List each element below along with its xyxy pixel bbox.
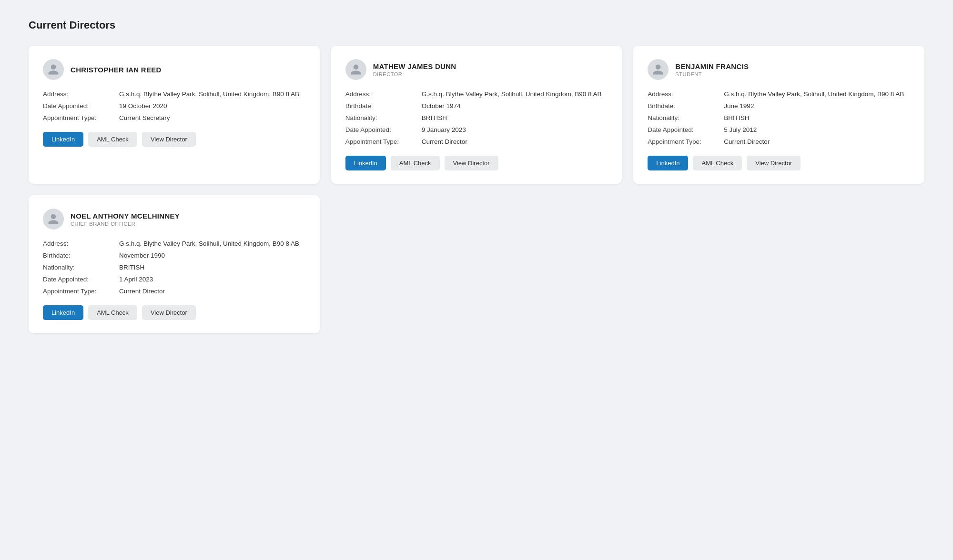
date-appointed-value: 5 July 2012	[724, 126, 910, 133]
card-body: Address:G.s.h.q. Blythe Valley Park, Sol…	[43, 90, 305, 121]
appointment-type-label: Appointment Type:	[43, 288, 119, 295]
nationality-label: Nationality:	[345, 114, 422, 121]
avatar	[648, 59, 669, 80]
address-label: Address:	[648, 90, 724, 98]
top-cards-row: CHRISTOPHER IAN REEDAddress:G.s.h.q. Bly…	[29, 46, 924, 184]
aml-check-button[interactable]: AML Check	[693, 156, 742, 170]
nationality-value: BRITISH	[119, 264, 305, 271]
card-body: Address:G.s.h.q. Blythe Valley Park, Sol…	[43, 240, 305, 295]
address-label: Address:	[345, 90, 422, 98]
name-block: MATHEW JAMES DUNNDIRECTOR	[373, 62, 456, 77]
name-block: CHRISTOPHER IAN REED	[71, 66, 162, 74]
date-appointed-label: Date Appointed:	[43, 276, 119, 283]
appointment-type-value: Current Director	[724, 138, 910, 145]
name-block: BENJAMIN FRANCISSTUDENT	[675, 62, 749, 77]
appointment-type-value: Current Secretary	[119, 114, 305, 121]
address-label: Address:	[43, 240, 119, 247]
nationality-value: BRITISH	[724, 114, 910, 121]
linkedin-button[interactable]: LinkedIn	[648, 156, 688, 170]
director-name: NOEL ANTHONY MCELHINNEY	[71, 212, 180, 220]
nationality-value: BRITISH	[422, 114, 608, 121]
director-card-benjamin-francis: BENJAMIN FRANCISSTUDENTAddress:G.s.h.q. …	[633, 46, 924, 184]
view-director-button[interactable]: View Director	[142, 132, 196, 147]
card-actions: LinkedInAML CheckView Director	[43, 132, 305, 147]
card-header: BENJAMIN FRANCISSTUDENT	[648, 59, 910, 80]
appointment-type-label: Appointment Type:	[345, 138, 422, 145]
linkedin-button[interactable]: LinkedIn	[345, 156, 386, 170]
director-role: CHIEF BRAND OFFICER	[71, 221, 180, 227]
address-value: G.s.h.q. Blythe Valley Park, Solihull, U…	[119, 90, 305, 98]
birthdate-value: October 1974	[422, 102, 608, 110]
aml-check-button[interactable]: AML Check	[391, 156, 440, 170]
card-actions: LinkedInAML CheckView Director	[648, 156, 910, 170]
card-header: CHRISTOPHER IAN REED	[43, 59, 305, 80]
birthdate-value: June 1992	[724, 102, 910, 110]
linkedin-button[interactable]: LinkedIn	[43, 132, 83, 147]
birthdate-value: November 1990	[119, 252, 305, 259]
date-appointed-value: 1 April 2023	[119, 276, 305, 283]
aml-check-button[interactable]: AML Check	[88, 132, 137, 147]
date-appointed-label: Date Appointed:	[43, 102, 119, 110]
card-actions: LinkedInAML CheckView Director	[345, 156, 608, 170]
view-director-button[interactable]: View Director	[747, 156, 801, 170]
director-role: DIRECTOR	[373, 71, 456, 77]
view-director-button[interactable]: View Director	[445, 156, 498, 170]
birthdate-label: Birthdate:	[43, 252, 119, 259]
card-header: NOEL ANTHONY MCELHINNEYCHIEF BRAND OFFIC…	[43, 209, 305, 230]
view-director-button[interactable]: View Director	[142, 305, 196, 320]
avatar	[43, 209, 64, 230]
name-block: NOEL ANTHONY MCELHINNEYCHIEF BRAND OFFIC…	[71, 212, 180, 227]
director-role: STUDENT	[675, 71, 749, 77]
card-actions: LinkedInAML CheckView Director	[43, 305, 305, 320]
date-appointed-label: Date Appointed:	[648, 126, 724, 133]
director-name: BENJAMIN FRANCIS	[675, 62, 749, 70]
avatar	[345, 59, 366, 80]
address-value: G.s.h.q. Blythe Valley Park, Solihull, U…	[724, 90, 910, 98]
director-card-noel-anthony-mcelhinney: NOEL ANTHONY MCELHINNEYCHIEF BRAND OFFIC…	[29, 195, 320, 333]
date-appointed-value: 9 January 2023	[422, 126, 608, 133]
director-card-christopher-ian-reed: CHRISTOPHER IAN REEDAddress:G.s.h.q. Bly…	[29, 46, 320, 184]
appointment-type-value: Current Director	[119, 288, 305, 295]
birthdate-label: Birthdate:	[648, 102, 724, 110]
card-body: Address:G.s.h.q. Blythe Valley Park, Sol…	[648, 90, 910, 145]
director-name: MATHEW JAMES DUNN	[373, 62, 456, 70]
date-appointed-label: Date Appointed:	[345, 126, 422, 133]
address-value: G.s.h.q. Blythe Valley Park, Solihull, U…	[119, 240, 305, 247]
nationality-label: Nationality:	[648, 114, 724, 121]
appointment-type-label: Appointment Type:	[648, 138, 724, 145]
nationality-label: Nationality:	[43, 264, 119, 271]
card-body: Address:G.s.h.q. Blythe Valley Park, Sol…	[345, 90, 608, 145]
aml-check-button[interactable]: AML Check	[88, 305, 137, 320]
appointment-type-value: Current Director	[422, 138, 608, 145]
appointment-type-label: Appointment Type:	[43, 114, 119, 121]
card-header: MATHEW JAMES DUNNDIRECTOR	[345, 59, 608, 80]
birthdate-label: Birthdate:	[345, 102, 422, 110]
address-value: G.s.h.q. Blythe Valley Park, Solihull, U…	[422, 90, 608, 98]
bottom-cards-row: NOEL ANTHONY MCELHINNEYCHIEF BRAND OFFIC…	[29, 195, 924, 333]
director-name: CHRISTOPHER IAN REED	[71, 66, 162, 74]
page-title: Current Directors	[29, 19, 924, 31]
date-appointed-value: 19 October 2020	[119, 102, 305, 110]
linkedin-button[interactable]: LinkedIn	[43, 305, 83, 320]
avatar	[43, 59, 64, 80]
address-label: Address:	[43, 90, 119, 98]
director-card-mathew-james-dunn: MATHEW JAMES DUNNDIRECTORAddress:G.s.h.q…	[331, 46, 622, 184]
